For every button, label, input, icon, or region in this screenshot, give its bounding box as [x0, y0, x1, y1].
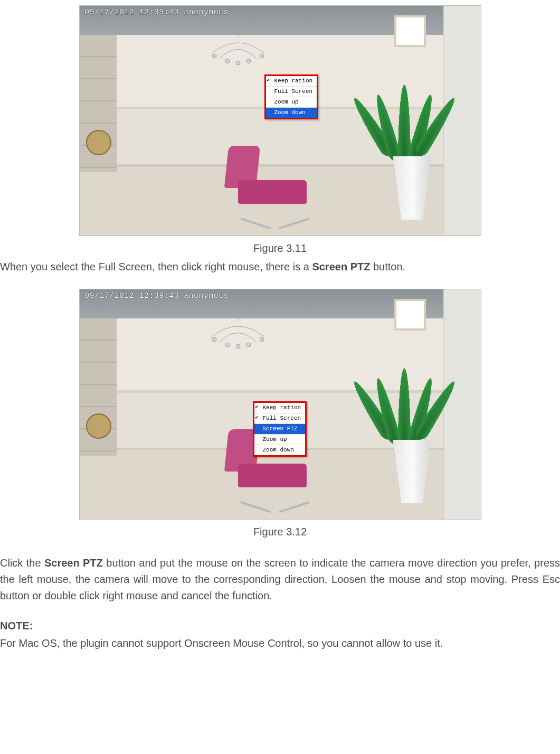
- scene-plant: [359, 67, 449, 162]
- camera-timestamp-overlay: 09/17/2012 12:39:43 anonymous: [85, 7, 229, 18]
- svg-point-2: [225, 59, 230, 63]
- scene-left-wall: [80, 35, 117, 172]
- scene-chandelier: [201, 310, 275, 358]
- svg-point-7: [212, 337, 216, 342]
- scene-planter: [391, 156, 433, 220]
- context-menu-item[interactable]: Zoom down: [254, 445, 305, 455]
- scene-plant: [359, 350, 449, 445]
- context-menu-item[interactable]: Zoom up: [254, 435, 305, 445]
- text: When you select the Full Screen, then cl…: [0, 261, 312, 272]
- svg-point-9: [236, 344, 240, 348]
- figure-3-12-screenshot: 09/17/2012 12:39:43 anonymous Keep ratio…: [79, 289, 481, 520]
- figure-3-11-screenshot: 09/17/2012 12:39:43 anonymous Keep ratio…: [79, 5, 481, 236]
- context-menu-item[interactable]: Keep ration: [266, 76, 317, 87]
- svg-point-3: [236, 61, 240, 65]
- context-menu-item[interactable]: Full Screen: [266, 87, 317, 97]
- context-menu-item[interactable]: Keep ration: [254, 403, 305, 413]
- scene-picture-frame: [394, 15, 426, 47]
- paragraph-after-fig-3-11: When you select the Full Screen, then cl…: [0, 259, 560, 275]
- camera-timestamp-overlay: 09/17/2012 12:39:43 anonymous: [85, 290, 229, 302]
- svg-point-8: [225, 343, 230, 347]
- svg-point-10: [246, 343, 251, 347]
- figure-3-12-caption: Figure 3.12: [0, 524, 560, 540]
- text: Click the: [0, 557, 44, 569]
- note-body: For Mac OS, the plugin cannot support On…: [0, 635, 560, 652]
- figure-3-11-caption: Figure 3.11: [0, 240, 560, 257]
- svg-point-1: [212, 54, 216, 58]
- note-heading: NOTE:: [0, 618, 560, 634]
- svg-point-4: [246, 59, 251, 63]
- context-menu[interactable]: Keep rationFull ScreenZoom upZoom down: [264, 74, 318, 119]
- scene-left-wall: [80, 318, 117, 456]
- text-bold: Screen PTZ: [312, 261, 370, 272]
- scene-chandelier: [201, 27, 275, 74]
- paragraph-after-fig-3-12: Click the Screen PTZ button and put the …: [0, 555, 560, 604]
- context-menu-item[interactable]: Zoom down: [266, 108, 317, 118]
- svg-point-11: [260, 337, 264, 342]
- scene-picture-frame: [394, 299, 426, 331]
- svg-point-5: [260, 54, 264, 58]
- context-menu-item[interactable]: Screen PTZ: [254, 424, 305, 435]
- context-menu-item[interactable]: Zoom up: [266, 97, 317, 108]
- scene-chair: [217, 146, 328, 220]
- text-bold: Screen PTZ: [44, 557, 103, 569]
- text: button.: [370, 261, 405, 272]
- context-menu-item[interactable]: Full Screen: [254, 413, 305, 424]
- context-menu[interactable]: Keep rationFull ScreenScreen PTZZoom upZ…: [253, 401, 307, 457]
- scene-planter: [391, 440, 433, 503]
